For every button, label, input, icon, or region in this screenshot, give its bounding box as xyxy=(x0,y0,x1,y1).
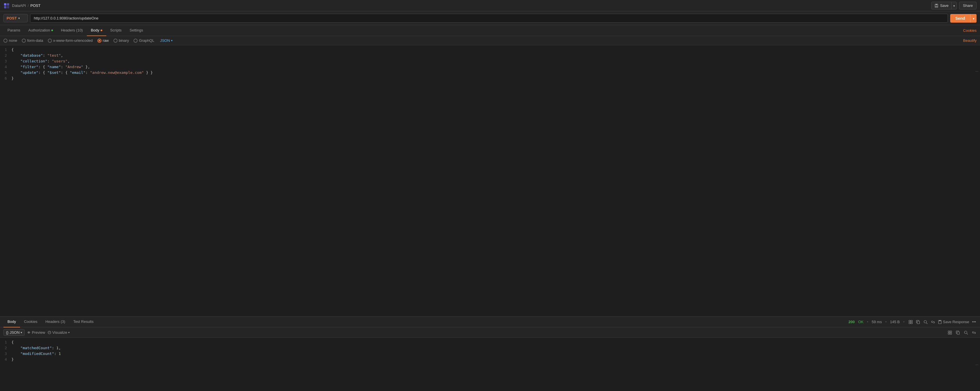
save-dropdown-arrow[interactable]: ▾ xyxy=(951,2,956,9)
tab-settings-label: Settings xyxy=(129,28,143,32)
breadcrumb: DataAPI / POST xyxy=(12,3,40,8)
response-tab-body-label: Body xyxy=(8,320,16,324)
tab-authorization-label: Authorization xyxy=(29,28,50,32)
response-size: 145 B xyxy=(890,320,900,324)
request-code-editor[interactable]: 1 { 2 "database": "test", 3 "collection"… xyxy=(0,45,980,97)
line-num-6: 6 xyxy=(0,76,11,81)
tab-scripts[interactable]: Scripts xyxy=(106,25,126,36)
svg-rect-14 xyxy=(939,320,941,321)
option-graphql[interactable]: GraphQL xyxy=(134,38,154,43)
send-button[interactable]: Send ▾ xyxy=(950,14,977,23)
send-label: Send xyxy=(955,16,965,21)
resp-line-content-2: "matchedCount": 1, xyxy=(11,346,61,350)
svg-rect-3 xyxy=(7,6,9,8)
header-right: Save ▾ Share xyxy=(931,2,977,9)
response-tab-cookies[interactable]: Cookies xyxy=(20,317,41,328)
response-right: 200 OK • 59 ms • 145 B • xyxy=(848,319,977,325)
cookies-link[interactable]: Cookies xyxy=(963,28,977,33)
status-text: OK xyxy=(858,320,864,324)
save-response-label: Save Response xyxy=(943,320,969,324)
option-form-data[interactable]: form-data xyxy=(22,38,43,43)
app-header: DataAPI / POST Save ▾ Share xyxy=(0,0,980,11)
svg-rect-9 xyxy=(909,322,910,324)
preview-button[interactable]: Preview xyxy=(27,330,45,335)
tab-params[interactable]: Params xyxy=(3,25,24,36)
svg-rect-19 xyxy=(948,333,950,334)
share-button[interactable]: Share xyxy=(959,2,977,9)
option-graphql-label: GraphQL xyxy=(139,38,154,43)
format-table-icon[interactable] xyxy=(947,330,953,335)
cookies-link-label: Cookies xyxy=(963,28,977,33)
svg-rect-6 xyxy=(935,6,938,7)
format-link-icon[interactable] xyxy=(971,330,977,335)
response-code-line-1: 1 { xyxy=(0,340,980,346)
link-response-icon[interactable] xyxy=(931,320,935,325)
link-icon xyxy=(931,320,935,324)
tab-params-label: Params xyxy=(8,28,20,32)
svg-rect-21 xyxy=(957,332,959,334)
tab-body-label: Body xyxy=(91,28,99,32)
option-raw[interactable]: raw xyxy=(97,38,109,43)
line-num-3: 3 xyxy=(0,59,11,63)
visualize-button[interactable]: Visualize ▾ xyxy=(48,330,70,335)
header-left: DataAPI / POST xyxy=(3,3,40,9)
json-type-selector[interactable]: JSON ▾ xyxy=(160,38,172,43)
svg-rect-17 xyxy=(948,331,950,332)
response-tab-test-results[interactable]: Test Results xyxy=(69,317,98,328)
tab-settings[interactable]: Settings xyxy=(126,25,147,36)
chevron-down-icon: ▾ xyxy=(953,4,955,8)
format-copy-icon[interactable] xyxy=(955,330,961,335)
tab-headers[interactable]: Headers (10) xyxy=(57,25,87,36)
search-view-icon xyxy=(964,331,968,335)
response-scroll-hint: — xyxy=(975,363,978,366)
response-format-icon[interactable] xyxy=(908,320,913,325)
svg-point-16 xyxy=(48,331,51,334)
url-bar: POST ▾ Send ▾ xyxy=(0,11,980,25)
resp-line-content-3: "modifiedCount": 1 xyxy=(11,351,61,356)
response-tab-headers[interactable]: Headers (3) xyxy=(41,317,69,328)
format-badge-symbol: {} xyxy=(6,330,9,335)
response-dot-1: • xyxy=(867,320,868,324)
tab-body[interactable]: Body xyxy=(87,25,106,36)
beautify-button[interactable]: Beautify xyxy=(963,38,977,43)
option-urlencoded-label: x-www-form-urlencoded xyxy=(53,38,93,43)
option-binary[interactable]: binary xyxy=(113,38,129,43)
visualize-label: Visualize xyxy=(52,330,67,335)
svg-rect-8 xyxy=(911,320,912,322)
method-selector[interactable]: POST ▾ xyxy=(3,14,28,22)
tab-authorization[interactable]: Authorization xyxy=(24,25,57,36)
svg-rect-11 xyxy=(917,321,920,324)
more-response-icon[interactable]: ••• xyxy=(971,319,977,325)
send-button-main[interactable]: Send xyxy=(950,14,970,23)
tab-headers-label: Headers xyxy=(61,28,75,32)
send-dropdown-arrow[interactable]: ▾ xyxy=(970,14,977,23)
option-none[interactable]: none xyxy=(3,38,17,43)
search-icon xyxy=(924,320,928,324)
save-button-main[interactable]: Save xyxy=(932,2,951,9)
format-search-icon[interactable] xyxy=(963,330,969,335)
svg-rect-20 xyxy=(950,333,951,334)
response-tab-cookies-label: Cookies xyxy=(24,320,38,324)
save-button[interactable]: Save ▾ xyxy=(931,2,957,9)
body-options-bar: none form-data x-www-form-urlencoded raw… xyxy=(0,36,980,45)
svg-rect-10 xyxy=(911,322,912,324)
url-input[interactable] xyxy=(30,14,948,23)
json-type-chevron: ▾ xyxy=(171,39,172,42)
option-raw-label: raw xyxy=(103,38,109,43)
body-dot xyxy=(100,30,102,31)
svg-rect-5 xyxy=(935,4,937,5)
save-response-button[interactable]: Save Response xyxy=(938,320,969,324)
json-format-badge[interactable]: {} JSON ▾ xyxy=(3,329,25,336)
app-logo xyxy=(3,3,10,9)
search-response-icon[interactable] xyxy=(923,320,928,325)
response-tab-body[interactable]: Body xyxy=(3,317,20,328)
send-chevron-icon: ▾ xyxy=(973,17,974,20)
resp-line-num-3: 3 xyxy=(0,351,11,356)
option-urlencoded[interactable]: x-www-form-urlencoded xyxy=(48,38,93,43)
code-line-6: 6 } xyxy=(0,76,980,82)
scroll-hint: — xyxy=(975,70,978,73)
line-content-2: "database": "test", xyxy=(11,53,63,57)
copy-response-icon[interactable] xyxy=(916,320,921,325)
breadcrumb-app[interactable]: DataAPI xyxy=(12,3,26,8)
radio-binary xyxy=(113,39,118,43)
